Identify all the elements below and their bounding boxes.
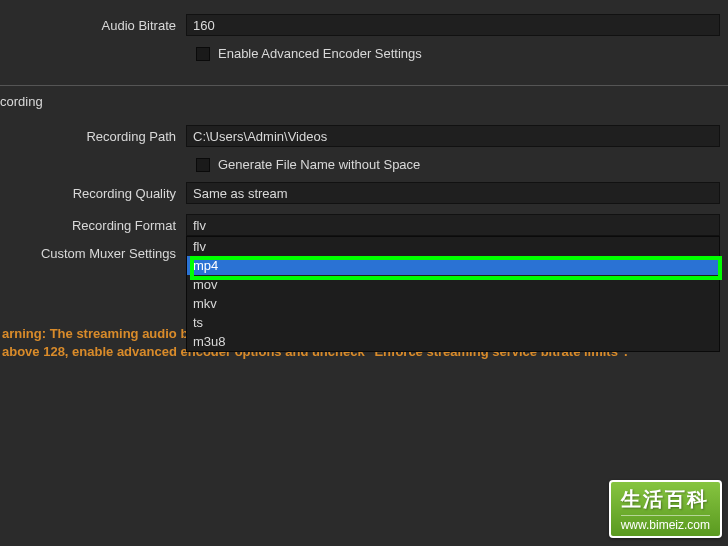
recording-format-input[interactable]	[186, 214, 720, 236]
format-option-ts[interactable]: ts	[187, 313, 719, 332]
section-title-recording: cording	[0, 94, 728, 109]
audio-bitrate-label: Audio Bitrate	[0, 18, 186, 33]
enable-advanced-label: Enable Advanced Encoder Settings	[218, 46, 422, 61]
watermark-badge: 生活百科 www.bimeiz.com	[609, 480, 722, 538]
enable-advanced-checkbox[interactable]	[196, 47, 210, 61]
recording-quality-label: Recording Quality	[0, 186, 186, 201]
format-dropdown-list[interactable]: flv mp4 mov mkv ts m3u8	[186, 236, 720, 352]
format-option-mkv[interactable]: mkv	[187, 294, 719, 313]
generate-filename-label: Generate File Name without Space	[218, 157, 420, 172]
watermark-url: www.bimeiz.com	[621, 515, 710, 532]
format-option-m3u8[interactable]: m3u8	[187, 332, 719, 351]
recording-path-label: Recording Path	[0, 129, 186, 144]
section-divider	[0, 85, 728, 86]
format-option-mov[interactable]: mov	[187, 275, 719, 294]
generate-filename-checkbox[interactable]	[196, 158, 210, 172]
recording-format-dropdown[interactable]: flv mp4 mov mkv ts m3u8	[186, 214, 720, 236]
audio-bitrate-input[interactable]	[186, 14, 720, 36]
format-option-mp4[interactable]: mp4	[187, 256, 719, 275]
custom-muxer-label: Custom Muxer Settings	[0, 246, 186, 261]
recording-format-label: Recording Format	[0, 218, 186, 233]
recording-path-input[interactable]	[186, 125, 720, 147]
recording-quality-select[interactable]	[186, 182, 720, 204]
watermark-title: 生活百科	[621, 486, 710, 513]
format-option-flv[interactable]: flv	[187, 237, 719, 256]
